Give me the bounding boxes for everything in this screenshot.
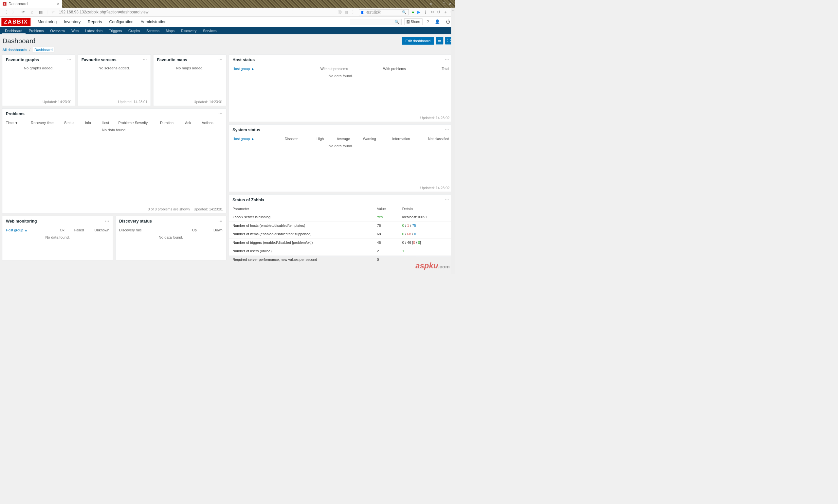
star-icon[interactable]: ☆: [50, 10, 57, 14]
col-high[interactable]: High: [298, 137, 324, 141]
scroll-up-icon[interactable]: ︿: [451, 8, 455, 12]
col-disaster[interactable]: Disaster: [272, 137, 298, 141]
watermark: aspku.com: [415, 261, 450, 270]
logout-icon[interactable]: ⏻: [445, 19, 452, 25]
submenu-dashboard[interactable]: Dashboard: [2, 27, 25, 34]
wechat-icon[interactable]: ●: [412, 10, 414, 14]
col-value[interactable]: Value: [377, 207, 402, 211]
col-info[interactable]: Info: [85, 121, 102, 125]
col-ok[interactable]: Ok: [45, 228, 65, 232]
col-rule[interactable]: Discovery rule: [119, 228, 171, 232]
plus-icon[interactable]: ＋: [444, 10, 447, 15]
submenu-discovery[interactable]: Discovery: [178, 27, 200, 34]
col-problem[interactable]: Problem • Severity: [119, 121, 160, 125]
col-unknown[interactable]: Unknown: [84, 228, 109, 232]
col-duration[interactable]: Duration: [160, 121, 185, 125]
col-recovery[interactable]: Recovery time: [31, 121, 64, 125]
submenu-services[interactable]: Services: [200, 27, 220, 34]
widget-menu-icon[interactable]: •••: [218, 112, 222, 115]
col-with[interactable]: With problems: [348, 67, 406, 71]
user-icon[interactable]: 👤: [433, 19, 442, 25]
forward-icon[interactable]: 〉: [11, 10, 18, 15]
submenu-graphs[interactable]: Graphs: [125, 27, 143, 34]
tab-title: Dashboard: [8, 2, 28, 6]
col-without[interactable]: Without problems: [290, 67, 348, 71]
empty-text: No data found.: [229, 73, 453, 86]
submenu-problems[interactable]: Problems: [25, 27, 47, 34]
widget-menu-icon[interactable]: •••: [445, 128, 449, 131]
page-title: Dashboard: [3, 37, 36, 44]
share-button[interactable]: ZShare: [404, 18, 422, 25]
reader-icon[interactable]: ▤: [38, 10, 44, 14]
widget-menu-icon[interactable]: •••: [445, 198, 449, 202]
widget-menu-icon[interactable]: •••: [105, 220, 109, 223]
menu-reports[interactable]: Reports: [84, 16, 105, 27]
host-status-columns: Host group ▲ Without problems With probl…: [229, 65, 453, 73]
browser-search[interactable]: ◧ 在此搜索 🔍: [359, 9, 409, 15]
zabbix-logo[interactable]: ZABBIX: [1, 18, 31, 26]
menu-monitoring[interactable]: Monitoring: [34, 16, 60, 27]
submenu-maps[interactable]: Maps: [163, 27, 178, 34]
submenu-overview[interactable]: Overview: [47, 27, 68, 34]
submenu-web[interactable]: Web: [68, 27, 82, 34]
col-notclassified[interactable]: Not classified: [410, 137, 449, 141]
play-icon[interactable]: ▶: [417, 10, 420, 14]
help-icon[interactable]: ?: [425, 19, 430, 25]
breadcrumb-sep: /: [29, 48, 30, 52]
undo-icon[interactable]: ↺: [437, 10, 440, 14]
col-status[interactable]: Status: [64, 121, 85, 125]
home-icon[interactable]: ⌂: [29, 10, 35, 14]
col-hostgroup[interactable]: Host group ▲: [232, 137, 272, 141]
back-icon[interactable]: 〈: [2, 10, 9, 15]
reload-icon[interactable]: ⟳: [20, 10, 26, 14]
col-parameter[interactable]: Parameter: [232, 207, 377, 211]
search-placeholder: 在此搜索: [366, 10, 400, 15]
cell-parameter: Number of users (online): [232, 249, 377, 253]
col-ack[interactable]: Ack: [185, 121, 202, 125]
col-warning[interactable]: Warning: [350, 137, 376, 141]
scrollbar[interactable]: ︿: [451, 8, 455, 274]
widget-menu-icon[interactable]: •••: [68, 58, 71, 61]
win-min-icon[interactable]: —: [436, 2, 439, 5]
win-close-icon[interactable]: ✕: [449, 2, 451, 6]
compat-icon[interactable]: ⓔ: [338, 10, 342, 15]
col-details[interactable]: Details: [402, 207, 449, 211]
col-time[interactable]: Time ▼: [6, 121, 31, 125]
right-column: Host status••• Host group ▲ Without prob…: [229, 54, 453, 260]
search-icon[interactable]: 🔍: [402, 10, 407, 14]
submenu-triggers[interactable]: Triggers: [106, 27, 125, 34]
breadcrumb-all-dashboards[interactable]: All dashboards: [3, 48, 27, 52]
col-information[interactable]: Information: [376, 137, 410, 141]
menu-configuration[interactable]: Configuration: [106, 16, 137, 27]
list-button[interactable]: ☰: [436, 37, 443, 44]
cut-icon[interactable]: ✂: [431, 10, 434, 14]
widget-menu-icon[interactable]: •••: [218, 220, 222, 223]
tab-close-icon[interactable]: ×: [57, 1, 59, 6]
zabbix-search[interactable]: 🔍: [350, 19, 401, 25]
col-actions[interactable]: Actions: [202, 121, 222, 125]
col-failed[interactable]: Failed: [65, 228, 84, 232]
win-max-icon[interactable]: ☐: [443, 2, 446, 6]
edit-dashboard-button[interactable]: Edit dashboard: [402, 37, 434, 45]
dropdown-icon[interactable]: 〉: [352, 10, 356, 15]
widget-menu-icon[interactable]: •••: [445, 58, 449, 61]
submenu-screens[interactable]: Screens: [143, 27, 162, 34]
col-total[interactable]: Total: [406, 67, 449, 71]
col-hostgroup[interactable]: Host group ▲: [232, 67, 290, 71]
col-up[interactable]: Up: [171, 228, 197, 232]
widget-menu-icon[interactable]: •••: [143, 58, 147, 61]
win-trail-icon[interactable]: ⇲: [429, 2, 432, 6]
menu-administration[interactable]: Administration: [137, 16, 170, 27]
qr-icon[interactable]: ▦: [345, 10, 348, 14]
cell-parameter: Zabbix server is running: [232, 215, 377, 219]
download-icon[interactable]: ⭳: [424, 10, 428, 14]
widget-menu-icon[interactable]: •••: [218, 58, 222, 61]
col-host[interactable]: Host: [102, 121, 119, 125]
browser-tab[interactable]: Z Dashboard ×: [0, 0, 62, 8]
col-hostgroup[interactable]: Host group ▲: [6, 228, 45, 232]
col-down[interactable]: Down: [197, 228, 222, 232]
url-bar[interactable]: 192.168.93.132/zabbix.php?action=dashboa…: [59, 10, 335, 14]
col-average[interactable]: Average: [324, 137, 350, 141]
submenu-latest-data[interactable]: Latest data: [82, 27, 106, 34]
menu-inventory[interactable]: Inventory: [60, 16, 84, 27]
